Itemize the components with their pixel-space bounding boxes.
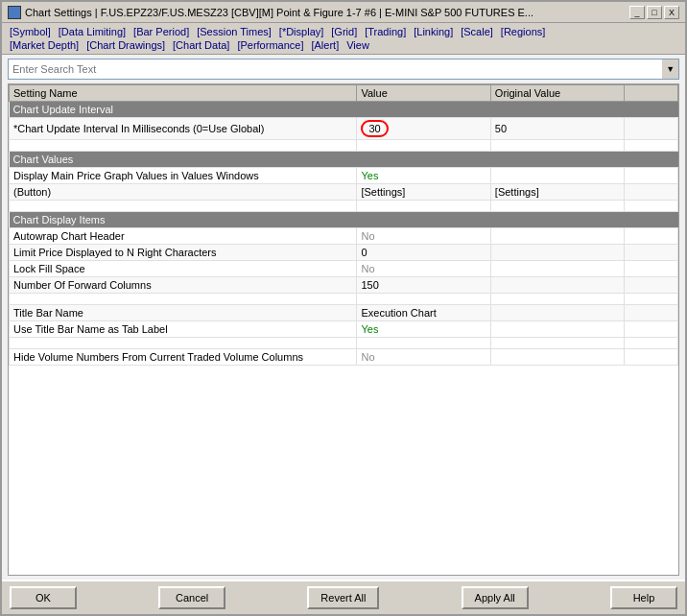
menu-data-limiting[interactable]: [Data Limiting] [55, 25, 130, 38]
row-extra [625, 349, 678, 366]
ok-button[interactable]: OK [10, 586, 77, 609]
chart-settings-window: Chart Settings | F.US.EPZ23/F.US.MESZ23 … [0, 0, 687, 616]
row-setting-name: Lock Fill Space [10, 261, 357, 277]
section-header: Chart Display Items [10, 212, 678, 228]
row-extra [625, 261, 678, 277]
cancel-button[interactable]: Cancel [158, 586, 225, 609]
menu-grid[interactable]: [Grid] [327, 25, 361, 38]
row-value[interactable]: [Settings] [357, 184, 490, 201]
settings-table-container: Setting Name Value Original Value Chart … [8, 83, 679, 576]
menu-display[interactable]: [*Display] [275, 25, 327, 38]
search-bar: ▼ [2, 55, 685, 83]
table-row[interactable]: Use Title Bar Name as Tab LabelYes [10, 321, 678, 338]
row-original-value [490, 261, 624, 277]
menu-symbol[interactable]: [Symbol] [6, 25, 55, 38]
row-original-value: 50 [490, 118, 624, 140]
row-original-value [490, 228, 624, 245]
table-row[interactable]: (Button)[Settings][Settings] [10, 184, 678, 201]
menu-alert[interactable]: [Alert] [307, 38, 343, 52]
table-row[interactable]: Hide Volume Numbers From Current Traded … [10, 349, 678, 366]
title-controls: _ □ X [629, 6, 679, 19]
menu-performance[interactable]: [Performance] [233, 38, 307, 52]
menu-row-1: [Symbol] [Data Limiting] [Bar Period] [S… [6, 25, 681, 38]
row-extra [625, 184, 678, 201]
row-original-value [490, 277, 624, 294]
footer: OK Cancel Revert All Apply All Help [2, 580, 685, 614]
row-original-value [490, 321, 624, 338]
row-value[interactable]: Execution Chart [357, 305, 490, 321]
green-value: Yes [361, 170, 378, 181]
menu-trading[interactable]: [Trading] [361, 25, 410, 38]
row-original-value [490, 305, 624, 321]
row-extra [625, 245, 678, 261]
table-row[interactable]: *Chart Update Interval In Milliseconds (… [10, 118, 678, 140]
gray-value: No [361, 351, 374, 363]
help-button[interactable]: Help [610, 586, 677, 609]
green-value: Yes [361, 323, 378, 335]
row-extra [625, 277, 678, 294]
row-value[interactable]: No [357, 228, 490, 245]
row-value[interactable]: Yes [357, 168, 490, 184]
row-value[interactable]: 150 [357, 277, 490, 294]
row-value[interactable]: 0 [357, 245, 490, 261]
menu-chart-data[interactable]: [Chart Data] [169, 38, 233, 52]
row-setting-name: (Button) [10, 184, 357, 201]
row-original-value [490, 349, 624, 366]
col-header-value: Value [357, 85, 490, 102]
table-row[interactable]: Number Of Forward Columns150 [10, 277, 678, 294]
empty-row [10, 294, 678, 305]
menu-session-times[interactable]: [Session Times] [193, 25, 275, 38]
maximize-button[interactable]: □ [647, 6, 662, 19]
row-extra [625, 168, 678, 184]
menu-regions[interactable]: [Regions] [497, 25, 549, 38]
row-setting-name: Autowrap Chart Header [10, 228, 357, 245]
table-row[interactable]: Display Main Price Graph Values in Value… [10, 168, 678, 184]
menu-bar-period[interactable]: [Bar Period] [130, 25, 193, 38]
row-extra [625, 118, 678, 140]
row-setting-name: Title Bar Name [10, 305, 357, 321]
empty-row [10, 140, 678, 152]
row-setting-name: Use Title Bar Name as Tab Label [10, 321, 357, 338]
section-label: Chart Values [10, 152, 678, 168]
search-dropdown-button[interactable]: ▼ [662, 59, 679, 80]
close-button[interactable]: X [664, 6, 679, 19]
row-value[interactable]: No [357, 349, 490, 366]
section-label: Chart Display Items [10, 212, 678, 228]
minimize-button[interactable]: _ [629, 6, 645, 19]
section-header: Chart Update Interval [10, 102, 678, 118]
col-header-name: Setting Name [10, 85, 357, 102]
row-extra [625, 305, 678, 321]
menu-linking[interactable]: [Linking] [410, 25, 457, 38]
empty-row [10, 201, 678, 212]
settings-table: Setting Name Value Original Value Chart … [9, 84, 678, 366]
menu-market-depth[interactable]: [Market Depth] [6, 38, 83, 52]
table-row[interactable]: Title Bar NameExecution Chart [10, 305, 678, 321]
row-value[interactable]: 30 [357, 118, 490, 140]
row-setting-name: Display Main Price Graph Values in Value… [10, 168, 357, 184]
row-setting-name: Limit Price Displayed to N Right Charact… [10, 245, 357, 261]
menu-chart-drawings[interactable]: [Chart Drawings] [83, 38, 169, 52]
row-extra [625, 228, 678, 245]
title-bar: Chart Settings | F.US.EPZ23/F.US.MESZ23 … [2, 2, 685, 23]
table-header-row: Setting Name Value Original Value [10, 85, 678, 102]
row-value[interactable]: Yes [357, 321, 490, 338]
menu-row-2: [Market Depth] [Chart Drawings] [Chart D… [6, 38, 681, 52]
col-header-extra [625, 85, 678, 102]
title-bar-left: Chart Settings | F.US.EPZ23/F.US.MESZ23 … [8, 6, 533, 19]
apply-all-button[interactable]: Apply All [462, 586, 529, 609]
table-row[interactable]: Lock Fill SpaceNo [10, 261, 678, 277]
search-wrapper: ▼ [8, 59, 679, 80]
menu-scale[interactable]: [Scale] [457, 25, 497, 38]
row-extra [625, 321, 678, 338]
table-row[interactable]: Limit Price Displayed to N Right Charact… [10, 245, 678, 261]
table-row[interactable]: Autowrap Chart HeaderNo [10, 228, 678, 245]
row-setting-name: Number Of Forward Columns [10, 277, 357, 294]
search-input[interactable] [8, 59, 662, 80]
window-title: Chart Settings | F.US.EPZ23/F.US.MESZ23 … [25, 7, 533, 18]
row-original-value [490, 168, 624, 184]
row-value[interactable]: No [357, 261, 490, 277]
revert-all-button[interactable]: Revert All [307, 586, 379, 609]
col-header-original: Original Value [490, 85, 624, 102]
menu-bar: [Symbol] [Data Limiting] [Bar Period] [S… [2, 23, 685, 55]
menu-view[interactable]: View [343, 38, 373, 52]
